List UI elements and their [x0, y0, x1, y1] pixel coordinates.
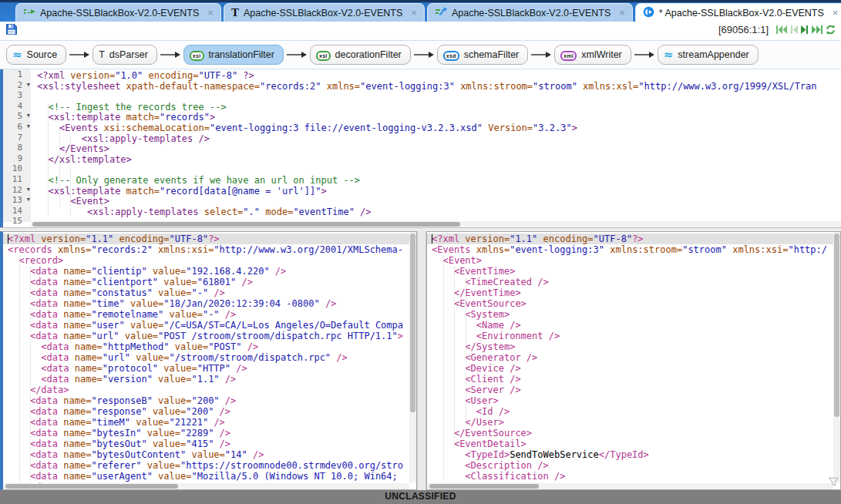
code-line: <data name="url" value="/stroom/stroom/d…	[8, 352, 409, 363]
input-vscroll-thumb[interactable]	[410, 234, 415, 412]
line-number[interactable]: 15	[3, 216, 31, 227]
tab-1[interactable]: Apache-SSLBlackBox-V2.0-EVENTS×	[15, 3, 221, 22]
code-line: <Events xmlns="event-logging:3" xmlns:st…	[432, 244, 833, 255]
line-number[interactable]: 2▼	[3, 80, 31, 91]
output-vscroll-thumb[interactable]	[834, 234, 839, 417]
code-line: </EventTime>	[432, 287, 833, 298]
code-line: <?xml version="1.0" encoding="UTF-8" ?>	[37, 71, 841, 82]
line-number[interactable]: 13▼	[3, 195, 31, 206]
pipeline-element-xmlWriter[interactable]: xmlxmlWriter	[554, 45, 631, 65]
step-forward-icon[interactable]	[800, 25, 809, 35]
flow-arrow-icon	[414, 51, 434, 59]
code-line: <data name="responseB" value="200" />	[8, 395, 409, 406]
code-line: <data name="referer" value="https://stro…	[8, 460, 409, 471]
code-line: <data name="response" value="200" />	[8, 406, 409, 417]
input-vscrollbar[interactable]	[409, 232, 416, 483]
flow-arrow-icon	[634, 51, 654, 59]
code-line: <xsl:template match="record[data[@name =…	[37, 186, 841, 197]
fold-toggle-icon[interactable]: ▼	[27, 122, 30, 133]
tab-3[interactable]: Apache-SSLBlackBox-V2.0-EVENTS×	[427, 3, 633, 22]
fold-toggle-icon[interactable]: ▼	[27, 111, 30, 122]
output-hscrollbar[interactable]	[427, 483, 833, 489]
code-line: <Id />	[432, 406, 833, 417]
filter-icon[interactable]	[829, 477, 839, 489]
tab-label: * Apache-SSLBlackBox-V2.0-EVENTS	[659, 8, 824, 18]
stream-icon: ≈	[12, 49, 22, 61]
code-line: <EventSource>	[432, 298, 833, 309]
xsl-icon: xsl	[316, 49, 331, 60]
line-number[interactable]: 8	[3, 143, 31, 153]
code-line: <User>	[432, 395, 833, 406]
pipeline-element-dsParser[interactable]: TdsParser	[93, 45, 157, 65]
editor-gutter[interactable]: 12▼345▼6▼789101112▼13▼1415	[3, 69, 31, 222]
pipeline-element-decorationFilter[interactable]: xsldecorationFilter	[310, 45, 411, 65]
xslt-code-editor[interactable]: 12▼345▼6▼789101112▼13▼1415 <?xml version…	[0, 69, 841, 228]
output-vscrollbar[interactable]	[833, 232, 840, 483]
editor-code-area[interactable]: <?xml version="1.0" encoding="UTF-8" ?><…	[31, 69, 841, 223]
pipeline-element-schemaFilter[interactable]: xsdschemaFilter	[437, 45, 529, 65]
refresh-icon[interactable]	[825, 24, 836, 35]
save-button[interactable]	[5, 23, 18, 35]
code-line: <?xml version="1.1" encoding="UTF-8"?>	[3, 234, 409, 244]
line-number[interactable]: 1	[3, 69, 31, 80]
pipeline-structure-bar: ≈SourceTdsParserxsltranslationFilterxsld…	[0, 40, 841, 69]
close-icon[interactable]: ×	[207, 8, 214, 18]
line-number[interactable]: 10	[3, 163, 31, 174]
step-last-icon[interactable]	[811, 25, 823, 35]
input-data-pane[interactable]: <?xml version="1.1" encoding="UTF-8"?><r…	[0, 231, 417, 490]
line-number[interactable]: 14	[3, 206, 31, 217]
line-number[interactable]: 7	[3, 133, 31, 143]
fold-toggle-icon[interactable]: ▼	[27, 195, 30, 206]
code-line: <record>	[8, 255, 409, 266]
code-line: <xsl:apply-templates select="." mode="ev…	[37, 207, 841, 218]
code-line: <data name="protocol" value="HTTP" />	[8, 363, 409, 374]
close-icon[interactable]: ×	[833, 8, 839, 18]
input-hscrollbar[interactable]	[3, 483, 409, 489]
code-line: <Server />	[432, 385, 833, 395]
code-line: <Device />	[432, 363, 833, 374]
line-number[interactable]: 4	[3, 101, 31, 112]
code-line: <!-- Only generate events if we have an …	[37, 176, 841, 186]
line-number[interactable]: 9	[3, 153, 31, 164]
input-hscroll-thumb[interactable]	[5, 484, 178, 489]
editor-hscroll-thumb[interactable]	[32, 222, 460, 227]
code-line: <data name="clientport" value="61801" />	[8, 277, 409, 287]
pipeline-element-streamAppender[interactable]: ≈streamAppender	[658, 45, 759, 65]
line-number[interactable]: 6▼	[3, 122, 31, 133]
line-number[interactable]: 5▼	[3, 111, 31, 122]
xml-icon: xml	[560, 49, 577, 60]
text-icon: T	[99, 49, 105, 60]
code-line: <data name="httpMethod" value="POST" />	[8, 341, 409, 352]
close-icon[interactable]: ×	[619, 8, 625, 18]
pipeline-element-Source[interactable]: ≈Source	[6, 45, 66, 65]
close-icon[interactable]: ×	[411, 8, 417, 18]
tab-label: Apache-SSLBlackBox-V2.0-EVENTS	[40, 8, 199, 18]
code-line: <data name="time" value="18/Jan/2020:12:…	[8, 298, 409, 309]
tab-4[interactable]: * Apache-SSLBlackBox-V2.0-EVENTS×	[635, 3, 841, 22]
code-line: <Classification />	[432, 471, 833, 482]
line-number[interactable]: 12▼	[3, 185, 31, 196]
fold-toggle-icon[interactable]: ▼	[27, 185, 30, 196]
text-converter-icon: T	[231, 7, 239, 18]
fold-toggle-icon[interactable]: ▼	[27, 80, 30, 91]
line-number[interactable]: 11	[3, 174, 31, 185]
pipeline-element-translationFilter[interactable]: xsltranslationFilter	[183, 45, 284, 65]
code-line: <data name="constatus" value="-" />	[8, 287, 409, 298]
step-backward-icon[interactable]	[789, 25, 799, 35]
pipeline-element-label: translationFilter	[209, 49, 274, 60]
vertical-splitter[interactable]	[417, 231, 426, 490]
tab-2[interactable]: TApache-SSLBlackBox-V2.0-EVENTS×	[224, 3, 425, 22]
line-number[interactable]: 3	[3, 90, 31, 101]
flow-arrow-icon	[69, 51, 89, 59]
code-line: </xsl:template>	[37, 155, 841, 166]
flow-arrow-icon	[160, 51, 180, 59]
stepping-controls: [69056:1:1]	[718, 24, 836, 35]
code-line: <xsl:stylesheet xpath-default-namespace=…	[37, 82, 841, 92]
tab-label: Apache-SSLBlackBox-V2.0-EVENTS	[244, 8, 402, 18]
code-line: <data name="url" value="POST /stroom/str…	[8, 331, 409, 341]
editor-hscrollbar[interactable]	[31, 221, 841, 227]
code-line	[37, 92, 841, 102]
output-data-pane[interactable]: <?xml version="1.1" encoding="UTF-8"?><E…	[426, 231, 841, 490]
output-hscroll-thumb[interactable]	[429, 484, 539, 489]
step-first-icon[interactable]	[775, 25, 788, 35]
